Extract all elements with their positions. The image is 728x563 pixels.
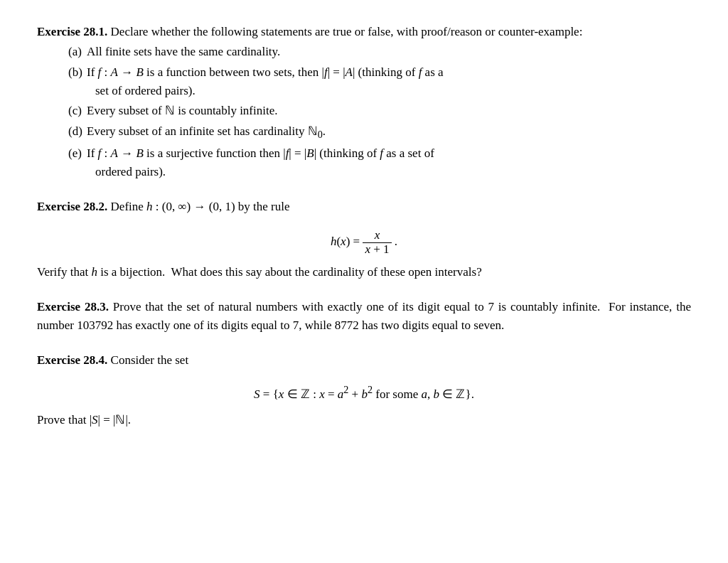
list-label-c: (c) <box>70 102 87 120</box>
exercise-284-title: Exercise 28.4. <box>37 353 107 367</box>
exercise-282-header: Exercise 28.2. Define h : (0, ∞) → (0, 1… <box>37 198 691 216</box>
fraction-denominator: x + 1 <box>363 243 391 257</box>
fraction-numerator: x <box>363 229 391 243</box>
exercise-283-text: Prove that the set of natural numbers wi… <box>37 300 691 332</box>
exercise-283-body: Exercise 28.3. Prove that the set of nat… <box>37 298 691 336</box>
list-item-a-text: All finite sets have the same cardinalit… <box>87 45 280 58</box>
exercise-282-formula: h(x) = x x + 1 . <box>37 229 691 256</box>
fraction-hx: x x + 1 <box>363 229 391 256</box>
exercise-282-title: Exercise 28.2. <box>37 200 107 213</box>
list-label-b: (b) <box>70 63 87 82</box>
list-item: (e)If f : A → B is a surjective function… <box>71 144 691 182</box>
exercise-281-list: (a)All finite sets have the same cardina… <box>71 43 691 181</box>
formula-period: . <box>395 235 397 248</box>
exercise-281: Exercise 28.1. Declare whether the follo… <box>37 23 691 182</box>
list-item-b-text: If f : A → B is a function between two s… <box>71 65 444 97</box>
list-item-c-text: Every subset of ℕ is countably infinite. <box>87 104 277 117</box>
list-label-e: (e) <box>70 144 87 163</box>
list-item-e-text: If f : A → B is a surjective function th… <box>71 146 434 178</box>
exercise-282-intro: Define h : (0, ∞) → (0, 1) by the rule <box>111 200 290 213</box>
set-formula-text: S = {x ∈ ℤ : x = a2 + b2 for some a, b ∈… <box>254 387 474 401</box>
exercise-282-followup: Verify that h is a bijection. What does … <box>37 263 691 282</box>
exercise-284-header: Exercise 28.4. Consider the set <box>37 351 691 370</box>
exercise-284-intro: Consider the set <box>111 353 189 367</box>
exercise-284: Exercise 28.4. Consider the set S = {x ∈… <box>37 351 691 430</box>
exercise-281-header: Exercise 28.1. Declare whether the follo… <box>37 23 691 41</box>
list-item: (c)Every subset of ℕ is countably infini… <box>71 102 691 120</box>
list-label-a: (a) <box>70 43 87 61</box>
exercise-284-followup: Prove that |S| = |ℕ|. <box>37 411 691 429</box>
list-item-d-text: Every subset of an infinite set has card… <box>87 124 326 138</box>
list-item: (b)If f : A → B is a function between tw… <box>71 63 691 101</box>
list-label-d: (d) <box>70 122 87 141</box>
exercise-282: Exercise 28.2. Define h : (0, ∞) → (0, 1… <box>37 198 691 282</box>
list-item: (d)Every subset of an infinite set has c… <box>71 122 691 143</box>
formula-lhs: h(x) = <box>331 235 363 248</box>
exercise-284-formula: S = {x ∈ ℤ : x = a2 + b2 for some a, b ∈… <box>37 382 691 404</box>
exercise-281-intro: Declare whether the following statements… <box>111 25 583 38</box>
exercise-283-title: Exercise 28.3. <box>37 300 109 313</box>
exercise-281-title: Exercise 28.1. <box>37 25 107 38</box>
exercise-283: Exercise 28.3. Prove that the set of nat… <box>37 298 691 336</box>
list-item: (a)All finite sets have the same cardina… <box>71 43 691 61</box>
